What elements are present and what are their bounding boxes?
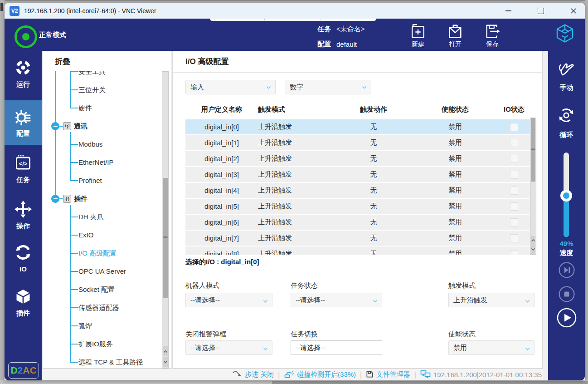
tree-item-传感器适配器[interactable]: 传感器适配器 [78,303,119,313]
right-sidebar: 手动 循环 49% 速度 [548,51,585,380]
sidebar-item-io[interactable]: IO [5,241,42,274]
status-separator: | [278,371,280,379]
tree-scroll-up-button[interactable] [163,346,168,356]
tree-item-安全工具[interactable]: 安全工具 [78,71,106,77]
file-manager-text: 文件管理器 [376,370,410,379]
cycle-mode-button[interactable] [557,106,575,126]
maximize-button[interactable] [535,5,547,17]
form-select-任务状态[interactable]: --请选择-- [291,293,382,307]
sidebar-item-label: IO [19,265,27,273]
open-button-label: 打开 [440,40,471,49]
floppy-icon [366,370,374,379]
tree-item-ExIO[interactable]: ExIO [78,230,93,240]
sidebar-item-label: 运行 [16,80,30,89]
save-button[interactable]: 保存 [477,22,508,49]
stop-button[interactable] [559,286,575,304]
manual-mode-button[interactable] [557,60,577,80]
sidebar-item-plugin[interactable]: 插件 [5,286,42,319]
form-select-使能状态[interactable]: 禁用 [448,340,535,355]
stop-icon [559,286,575,302]
tree-collapse-button[interactable]: 折叠 [55,56,70,67]
form-select-任务切换[interactable]: --请选择-- [291,340,382,355]
sidebar-item-config[interactable]: 配置 [5,100,42,145]
collision-status[interactable]: 碰撞检测开启(33%) [284,370,356,380]
tree-collapse-toggle[interactable] [51,122,59,130]
close-button[interactable] [568,5,579,17]
status-separator: | [360,371,362,379]
sidebar-item-operate[interactable]: 操作 [5,199,42,231]
tree-branch-line [70,205,71,362]
desktop-left-strip [0,0,5,384]
d2ac-letter: D [10,365,17,376]
form-label: 任务状态 [291,281,318,290]
tree-item-DH 夹爪[interactable]: DH 夹爪 [78,212,104,222]
file-manager-button[interactable]: 文件管理器 [366,370,410,379]
form-select-触发模式[interactable]: 上升沿触发 [448,293,535,307]
play-button[interactable] [557,308,577,330]
tree-branch-line [70,132,71,181]
tree-connector-line [70,253,78,254]
sidebar-item-run[interactable]: 运行 [5,57,42,90]
code-window-icon: </> [14,154,32,174]
form-select-机器人模式[interactable]: --请选择-- [185,293,272,307]
tree-item-弧焊[interactable]: 弧焊 [78,321,92,331]
tree-scrollbar-thumb[interactable] [163,178,168,298]
tree-connector-line [59,198,63,199]
minus-icon [53,198,58,199]
minus-icon [53,126,58,127]
speed-slider-thumb[interactable] [560,190,572,202]
tree-item-Profinet[interactable]: Profinet [78,176,102,186]
tree-scrollbar[interactable] [162,71,169,369]
tree-item-EtherNet/IP[interactable]: EtherNet/IP [78,158,114,167]
tree-collapse-toggle[interactable] [51,195,59,203]
skip-button[interactable] [559,262,575,280]
left-sidebar: D2AC 运行配置</>任务操作IO插件 [5,51,42,380]
tree-connector-line [70,271,78,272]
cube-icon [14,287,32,307]
open-button[interactable]: 打开 [440,22,471,49]
network-monitors-icon [420,370,431,379]
tree-scroll-down-button[interactable] [163,357,168,367]
run-icon [14,59,32,79]
mode-indicator [15,25,37,48]
form-select-value: 禁用 [453,344,467,352]
vnc-window: V2 192.168.1.200 (intel-corei7-64:0) - V… [5,3,585,380]
connection-text: 192.168.1.200|2012-01-01 00:13:35 [433,371,542,379]
task-value: <未命名> [336,25,365,34]
form-select-value: --请选择-- [296,344,325,352]
minimize-icon [505,10,511,11]
tree-item-插件[interactable]: 插件 [74,194,87,204]
tree-item-三位开关[interactable]: 三位开关 [78,85,106,95]
form-select-value: --请选择-- [190,296,220,305]
vnc-toolbar-tab[interactable] [210,19,376,21]
mode-label: 正常模式 [39,31,66,39]
tree-item-远程 TCP & 工具路径[interactable]: 远程 TCP & 工具路径 [78,357,143,367]
save-icon [477,22,508,39]
d2ac-logo: D2AC [8,362,39,379]
tree-item-OPC UA Server[interactable]: OPC UA Server [78,266,126,276]
tree-item-硬件[interactable]: 硬件 [78,103,92,113]
sidebar-item-task[interactable]: </>任务 [5,153,42,185]
form-label: 触发模式 [448,281,476,290]
chevron-down-icon [373,296,378,304]
form-label: 关闭报警弹框 [185,330,226,339]
tree-item-Socket 配置[interactable]: Socket 配置 [78,285,115,295]
collision-status-text: 碰撞检测开启(33%) [297,370,356,379]
tree-item-通讯[interactable]: 通讯 [74,121,87,131]
minimize-button[interactable] [502,5,514,17]
tree-item-Modbus[interactable]: Modbus [78,139,102,149]
tree-connector-line [70,235,78,236]
step-status[interactable]: 步进 关闭 [232,370,274,379]
tree-connector-line [70,89,78,90]
new-button[interactable]: 新建 [403,22,433,49]
tree-connector-line [70,71,78,72]
skip-icon [559,262,575,278]
tree-item-扩展IO服务[interactable]: 扩展IO服务 [78,339,113,349]
vnc-app-icon: V2 [10,6,19,16]
d2ac-letter: 2 [18,365,23,376]
tree-item-I/O 高级配置[interactable]: I/O 高级配置 [78,248,117,258]
form-select-关闭报警弹框[interactable]: --请选择-- [185,340,272,355]
collision-robot-icon [284,370,294,380]
tree-connector-line [70,162,78,163]
d2ac-letter: C [29,365,36,376]
